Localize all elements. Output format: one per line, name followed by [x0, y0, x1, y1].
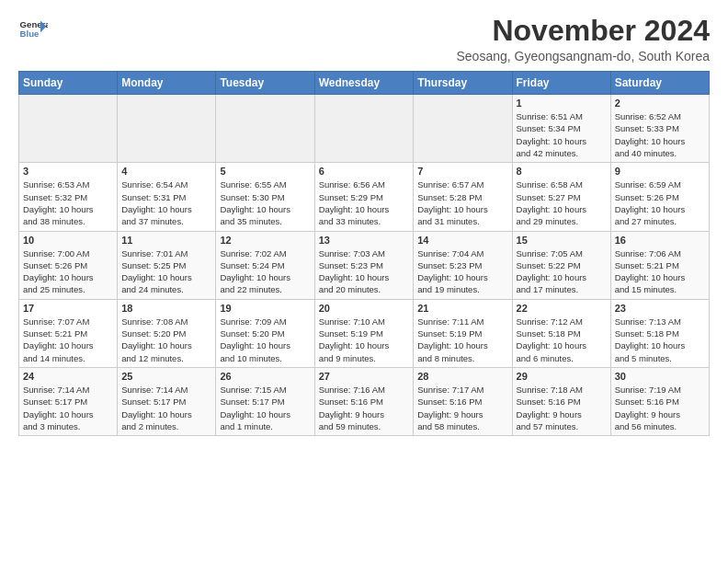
- day-number: 22: [517, 303, 607, 314]
- day-info: Sunrise: 6:58 AM Sunset: 5:27 PM Dayligh…: [517, 178, 607, 227]
- calendar-week-row: 1Sunrise: 6:51 AM Sunset: 5:34 PM Daylig…: [19, 95, 710, 163]
- day-info: Sunrise: 7:15 AM Sunset: 5:17 PM Dayligh…: [220, 384, 310, 432]
- day-number: 3: [23, 166, 113, 177]
- day-number: 13: [319, 235, 410, 246]
- calendar-cell: 19Sunrise: 7:09 AM Sunset: 5:20 PM Dayli…: [216, 299, 314, 367]
- day-info: Sunrise: 7:11 AM Sunset: 5:19 PM Dayligh…: [417, 316, 507, 364]
- calendar-table: SundayMondayTuesdayWednesdayThursdayFrid…: [18, 71, 710, 436]
- day-number: 12: [220, 235, 310, 246]
- day-info: Sunrise: 7:00 AM Sunset: 5:26 PM Dayligh…: [23, 247, 113, 296]
- calendar-cell: [19, 95, 118, 163]
- day-info: Sunrise: 6:53 AM Sunset: 5:32 PM Dayligh…: [23, 178, 113, 227]
- calendar-cell: 9Sunrise: 6:59 AM Sunset: 5:26 PM Daylig…: [610, 163, 709, 231]
- day-number: 15: [517, 235, 607, 246]
- calendar-cell: [314, 95, 414, 163]
- day-number: 14: [417, 235, 507, 246]
- calendar-cell: 3Sunrise: 6:53 AM Sunset: 5:32 PM Daylig…: [19, 163, 118, 231]
- day-number: 18: [121, 303, 211, 314]
- calendar-week-row: 10Sunrise: 7:00 AM Sunset: 5:26 PM Dayli…: [19, 231, 710, 299]
- location-subtitle: Seosang, Gyeongsangnam-do, South Korea: [456, 49, 710, 63]
- day-number: 9: [615, 166, 705, 177]
- day-number: 23: [615, 303, 705, 314]
- calendar-cell: 5Sunrise: 6:55 AM Sunset: 5:30 PM Daylig…: [216, 163, 314, 231]
- calendar-cell: 29Sunrise: 7:18 AM Sunset: 5:16 PM Dayli…: [512, 367, 610, 435]
- calendar-cell: 13Sunrise: 7:03 AM Sunset: 5:23 PM Dayli…: [314, 231, 414, 299]
- day-info: Sunrise: 7:04 AM Sunset: 5:23 PM Dayligh…: [417, 247, 507, 296]
- day-of-week-header: Tuesday: [216, 72, 314, 95]
- calendar-cell: 24Sunrise: 7:14 AM Sunset: 5:17 PM Dayli…: [19, 367, 118, 435]
- day-info: Sunrise: 7:07 AM Sunset: 5:21 PM Dayligh…: [23, 316, 113, 364]
- calendar-cell: 30Sunrise: 7:19 AM Sunset: 5:16 PM Dayli…: [610, 367, 709, 435]
- day-info: Sunrise: 7:10 AM Sunset: 5:19 PM Dayligh…: [319, 316, 410, 364]
- calendar-cell: 1Sunrise: 6:51 AM Sunset: 5:34 PM Daylig…: [512, 95, 610, 163]
- day-number: 5: [220, 166, 310, 177]
- day-info: Sunrise: 7:13 AM Sunset: 5:18 PM Dayligh…: [615, 316, 705, 364]
- calendar-cell: 18Sunrise: 7:08 AM Sunset: 5:20 PM Dayli…: [118, 299, 216, 367]
- day-info: Sunrise: 7:14 AM Sunset: 5:17 PM Dayligh…: [23, 384, 113, 432]
- day-info: Sunrise: 7:06 AM Sunset: 5:21 PM Dayligh…: [615, 247, 705, 296]
- logo-icon: General Blue: [18, 15, 48, 44]
- calendar-cell: 8Sunrise: 6:58 AM Sunset: 5:27 PM Daylig…: [512, 163, 610, 231]
- svg-text:Blue: Blue: [20, 29, 40, 39]
- day-number: 30: [615, 371, 705, 382]
- day-of-week-header: Wednesday: [314, 72, 414, 95]
- calendar-cell: 22Sunrise: 7:12 AM Sunset: 5:18 PM Dayli…: [512, 299, 610, 367]
- day-info: Sunrise: 6:51 AM Sunset: 5:34 PM Dayligh…: [517, 110, 607, 159]
- calendar-cell: 14Sunrise: 7:04 AM Sunset: 5:23 PM Dayli…: [414, 231, 512, 299]
- calendar-cell: [216, 95, 314, 163]
- calendar-cell: 10Sunrise: 7:00 AM Sunset: 5:26 PM Dayli…: [19, 231, 118, 299]
- day-number: 11: [121, 235, 211, 246]
- calendar-cell: 12Sunrise: 7:02 AM Sunset: 5:24 PM Dayli…: [216, 231, 314, 299]
- logo: General Blue: [18, 15, 48, 44]
- day-info: Sunrise: 6:55 AM Sunset: 5:30 PM Dayligh…: [220, 178, 310, 227]
- calendar-cell: 16Sunrise: 7:06 AM Sunset: 5:21 PM Dayli…: [610, 231, 709, 299]
- day-number: 2: [615, 98, 705, 109]
- calendar-cell: 6Sunrise: 6:56 AM Sunset: 5:29 PM Daylig…: [314, 163, 414, 231]
- day-info: Sunrise: 7:01 AM Sunset: 5:25 PM Dayligh…: [121, 247, 211, 296]
- day-info: Sunrise: 6:59 AM Sunset: 5:26 PM Dayligh…: [615, 178, 705, 227]
- calendar-cell: 2Sunrise: 6:52 AM Sunset: 5:33 PM Daylig…: [610, 95, 709, 163]
- day-info: Sunrise: 7:02 AM Sunset: 5:24 PM Dayligh…: [220, 247, 310, 296]
- calendar-cell: 26Sunrise: 7:15 AM Sunset: 5:17 PM Dayli…: [216, 367, 314, 435]
- day-number: 8: [517, 166, 607, 177]
- calendar-week-row: 3Sunrise: 6:53 AM Sunset: 5:32 PM Daylig…: [19, 163, 710, 231]
- calendar-cell: 20Sunrise: 7:10 AM Sunset: 5:19 PM Dayli…: [314, 299, 414, 367]
- day-info: Sunrise: 7:18 AM Sunset: 5:16 PM Dayligh…: [517, 384, 607, 432]
- day-number: 17: [23, 303, 113, 314]
- month-title: November 2024: [456, 15, 710, 47]
- day-number: 27: [319, 371, 410, 382]
- day-info: Sunrise: 7:09 AM Sunset: 5:20 PM Dayligh…: [220, 316, 310, 364]
- calendar-cell: 21Sunrise: 7:11 AM Sunset: 5:19 PM Dayli…: [414, 299, 512, 367]
- day-number: 6: [319, 166, 410, 177]
- calendar-week-row: 24Sunrise: 7:14 AM Sunset: 5:17 PM Dayli…: [19, 367, 710, 435]
- day-number: 21: [417, 303, 507, 314]
- day-info: Sunrise: 6:54 AM Sunset: 5:31 PM Dayligh…: [121, 178, 211, 227]
- calendar-cell: 28Sunrise: 7:17 AM Sunset: 5:16 PM Dayli…: [414, 367, 512, 435]
- calendar-cell: 15Sunrise: 7:05 AM Sunset: 5:22 PM Dayli…: [512, 231, 610, 299]
- day-of-week-header: Sunday: [19, 72, 118, 95]
- day-number: 4: [121, 166, 211, 177]
- day-number: 10: [23, 235, 113, 246]
- calendar-cell: 4Sunrise: 6:54 AM Sunset: 5:31 PM Daylig…: [118, 163, 216, 231]
- day-number: 25: [121, 371, 211, 382]
- day-number: 26: [220, 371, 310, 382]
- day-of-week-header: Monday: [118, 72, 216, 95]
- day-number: 16: [615, 235, 705, 246]
- calendar-cell: 17Sunrise: 7:07 AM Sunset: 5:21 PM Dayli…: [19, 299, 118, 367]
- day-number: 1: [517, 98, 607, 109]
- day-info: Sunrise: 7:05 AM Sunset: 5:22 PM Dayligh…: [517, 247, 607, 296]
- day-info: Sunrise: 6:57 AM Sunset: 5:28 PM Dayligh…: [417, 178, 507, 227]
- calendar-cell: 25Sunrise: 7:14 AM Sunset: 5:17 PM Dayli…: [118, 367, 216, 435]
- day-info: Sunrise: 7:17 AM Sunset: 5:16 PM Dayligh…: [417, 384, 507, 432]
- calendar-header-row: SundayMondayTuesdayWednesdayThursdayFrid…: [19, 72, 710, 95]
- day-number: 24: [23, 371, 113, 382]
- calendar-cell: [414, 95, 512, 163]
- title-area: November 2024 Seosang, Gyeongsangnam-do,…: [456, 15, 710, 63]
- day-info: Sunrise: 7:03 AM Sunset: 5:23 PM Dayligh…: [319, 247, 410, 296]
- header: General Blue November 2024 Seosang, Gyeo…: [18, 15, 710, 63]
- calendar-week-row: 17Sunrise: 7:07 AM Sunset: 5:21 PM Dayli…: [19, 299, 710, 367]
- day-info: Sunrise: 7:08 AM Sunset: 5:20 PM Dayligh…: [121, 316, 211, 364]
- day-info: Sunrise: 7:12 AM Sunset: 5:18 PM Dayligh…: [517, 316, 607, 364]
- day-of-week-header: Friday: [512, 72, 610, 95]
- day-info: Sunrise: 7:14 AM Sunset: 5:17 PM Dayligh…: [121, 384, 211, 432]
